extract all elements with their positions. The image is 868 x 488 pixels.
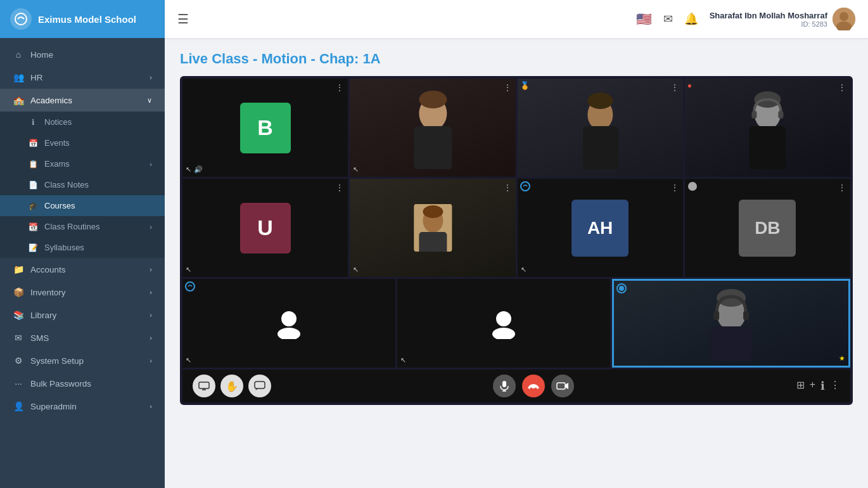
controls-center (276, 375, 791, 397)
cell-options-icon[interactable]: ⋮ (670, 82, 679, 93)
sidebar-item-bulk-passwords[interactable]: ··· Bulk Passwords (0, 372, 165, 395)
chevron-right-icon: › (150, 334, 152, 342)
sidebar-item-events[interactable]: 📅 Events (0, 132, 165, 153)
svg-point-6 (419, 91, 447, 108)
end-call-button[interactable] (522, 375, 545, 397)
topbar: ☰ 🇺🇸 ✉ 🔔 Sharafat Ibn Mollah Mosharraf I… (165, 0, 868, 38)
svg-point-2 (839, 12, 848, 21)
user-text: Sharafat Ibn Mollah Mosharraf ID: 5283 (710, 11, 827, 28)
svg-rect-13 (751, 111, 756, 119)
chevron-right-icon: › (150, 402, 152, 410)
video-row-1: ⋮ B ↖ 🔊 ⋮ (182, 79, 850, 177)
bell-icon[interactable]: 🔔 (684, 12, 698, 26)
mail-icon[interactable]: ✉ (663, 12, 673, 26)
sidebar-item-sms[interactable]: ✉ SMS › (0, 326, 165, 349)
sidebar-item-label: Home (30, 50, 152, 60)
hamburger-icon[interactable]: ☰ (177, 11, 189, 27)
cell-options-icon[interactable]: ⋮ (503, 183, 512, 193)
hr-icon: 👥 (13, 72, 24, 82)
cell-options-icon[interactable]: ⋮ (838, 82, 846, 93)
chat-button[interactable] (248, 375, 271, 397)
cell-bottom-icons: ↖ (353, 165, 359, 174)
chevron-right-icon: › (150, 266, 152, 273)
video-cell-person2: ⋮ 🏅 (518, 79, 683, 177)
sidebar-item-inventory[interactable]: 📦 Inventory › (0, 281, 165, 304)
sidebar-item-academics[interactable]: 🏫 Academics ∨ (0, 89, 165, 112)
flag-icon[interactable]: 🇺🇸 (636, 11, 652, 27)
cell-options-icon[interactable]: ⋮ (838, 183, 846, 193)
video-cell-empty1: ↖ (182, 279, 395, 368)
screen-share-button[interactable] (193, 375, 215, 397)
sidebar-item-superadmin[interactable]: 👤 Superadmin › (0, 395, 165, 418)
cell-options-icon[interactable]: ⋮ (503, 82, 512, 93)
sidebar-item-syllabuses[interactable]: 📝 Syllabuses (0, 237, 165, 258)
sub-item-label: Class Routines (44, 222, 99, 231)
cursor-icon: ↖ (186, 356, 191, 364)
svg-rect-36 (255, 382, 265, 388)
add-participant-icon[interactable]: + (810, 379, 815, 393)
svg-rect-14 (778, 111, 783, 119)
sidebar-item-label: HR (30, 73, 143, 82)
svg-rect-5 (414, 126, 452, 169)
svg-point-22 (281, 311, 297, 326)
cursor-icon: ↖ (521, 266, 527, 274)
cell-bottom-icons: ↖ (353, 266, 359, 274)
video-cell-empty2: ↖ (397, 279, 610, 368)
syllabuses-icon: 📝 (28, 243, 38, 252)
sidebar-item-class-notes[interactable]: 📄 Class Notes (0, 174, 165, 195)
mic-button[interactable] (493, 375, 516, 397)
svg-point-20 (688, 182, 697, 191)
video-row-3: ↖ ↖ (182, 279, 850, 368)
academics-icon: 🏫 (13, 95, 24, 105)
sidebar-item-system-setup[interactable]: ⚙ System Setup › (0, 349, 165, 372)
video-cell-db: ⋮ DB ★ (685, 179, 850, 277)
avatar[interactable] (833, 8, 855, 30)
sidebar-item-accounts[interactable]: 📁 Accounts › (0, 258, 165, 281)
exams-icon: 📋 (28, 160, 38, 169)
page-title: Live Class - Motion - Chap: 1A (180, 51, 853, 67)
more-options-icon[interactable]: ⋮ (830, 379, 840, 393)
sub-item-label: Class Notes (44, 180, 89, 189)
courses-icon: 🎓 (28, 202, 38, 210)
user-id: ID: 5283 (710, 20, 827, 28)
sidebar-item-label: Accounts (30, 265, 143, 274)
video-conference: ⋮ B ↖ 🔊 ⋮ (180, 76, 853, 405)
video-cell-person4: ⋮ ↖ (350, 179, 515, 277)
sub-item-label: Exams (44, 159, 70, 169)
sidebar-navigation: ⌂ Home 👥 HR › 🏫 Academics ∨ ℹ Notices 📅 … (0, 38, 165, 423)
topbar-left: ☰ (177, 11, 189, 27)
home-icon: ⌂ (13, 49, 24, 60)
sidebar-item-exams[interactable]: 📋 Exams › (0, 153, 165, 174)
hand-raise-button[interactable]: ✋ (220, 375, 243, 397)
sidebar-item-class-routines[interactable]: 📆 Class Routines › (0, 216, 165, 237)
svg-point-18 (423, 205, 443, 218)
svg-rect-40 (557, 383, 565, 389)
sidebar-item-library[interactable]: 📚 Library › (0, 304, 165, 326)
academics-submenu: ℹ Notices 📅 Events 📋 Exams › 📄 Class Not… (0, 112, 165, 258)
inventory-icon: 📦 (13, 287, 24, 297)
video-cell-highlighted: ★ (612, 279, 850, 368)
svg-point-9 (587, 93, 613, 109)
cell-options-icon[interactable]: ⋮ (335, 183, 344, 193)
cursor-icon: ↖ (186, 165, 191, 174)
sidebar-item-label: System Setup (30, 356, 143, 366)
avatar-ah: AH (571, 200, 629, 257)
topbar-right: 🇺🇸 ✉ 🔔 Sharafat Ibn Mollah Mosharraf ID:… (636, 8, 855, 30)
cell-options-icon[interactable]: ⋮ (670, 183, 679, 193)
sidebar-item-courses[interactable]: 🎓 Courses (0, 195, 165, 216)
sidebar-item-label: Inventory (30, 288, 143, 297)
grid-view-icon[interactable]: ⊞ (796, 379, 805, 393)
svg-rect-29 (711, 326, 751, 361)
svg-point-19 (521, 182, 530, 191)
sidebar: Eximus Model School ⌂ Home 👥 HR › 🏫 Acad… (0, 0, 165, 488)
camera-button[interactable] (551, 375, 574, 397)
sidebar-item-label: Bulk Passwords (30, 379, 152, 388)
sidebar-item-home[interactable]: ⌂ Home (0, 43, 165, 66)
video-cell-b: ⋮ B ↖ 🔊 (182, 79, 348, 177)
sidebar-item-hr[interactable]: 👥 HR › (0, 66, 165, 89)
sub-item-label: Notices (44, 117, 72, 127)
info-icon[interactable]: ℹ (820, 379, 825, 393)
sync-badge (520, 181, 530, 194)
cell-options-icon[interactable]: ⋮ (335, 82, 344, 93)
sidebar-item-notices[interactable]: ℹ Notices (0, 112, 165, 132)
